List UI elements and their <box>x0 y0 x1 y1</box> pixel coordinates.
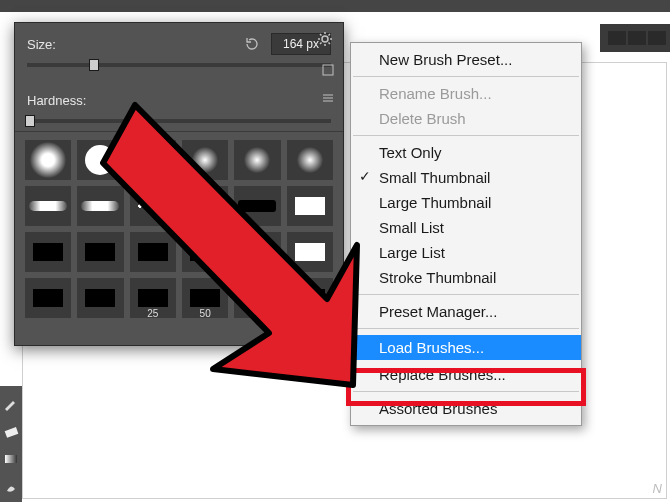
window-controls <box>600 24 670 52</box>
brush-tool-icon[interactable] <box>2 394 20 412</box>
menu-item[interactable]: Text Only <box>351 140 581 165</box>
svg-point-2 <box>322 36 328 42</box>
top-options-bar <box>0 0 670 12</box>
brush-swatch[interactable] <box>182 140 228 180</box>
brush-swatch[interactable] <box>182 232 228 272</box>
brush-swatch[interactable] <box>234 278 280 318</box>
annotation-highlight-box <box>346 368 586 406</box>
hardness-label: Hardness: <box>27 93 97 108</box>
swatch-size-label: 25 <box>130 308 176 319</box>
tool-strip <box>0 386 22 502</box>
menu-separator <box>353 135 579 136</box>
size-label: Size: <box>27 37 97 52</box>
svg-rect-11 <box>323 65 333 75</box>
reset-size-icon[interactable] <box>241 36 263 52</box>
menu-item[interactable]: Large Thumbnail <box>351 190 581 215</box>
brush-swatch[interactable] <box>287 140 333 180</box>
maximize-button[interactable] <box>628 31 646 45</box>
brush-swatch[interactable] <box>287 278 333 318</box>
eraser-tool-icon[interactable] <box>2 422 20 440</box>
minimize-button[interactable] <box>608 31 626 45</box>
swatch-size-label: 50 <box>182 308 228 319</box>
brush-swatch[interactable] <box>287 186 333 226</box>
brush-swatch[interactable] <box>130 186 176 226</box>
brush-swatch[interactable] <box>25 232 71 272</box>
gear-icon[interactable] <box>317 31 333 51</box>
brush-swatch[interactable] <box>25 186 71 226</box>
smudge-tool-icon[interactable] <box>2 478 20 496</box>
brush-swatch[interactable] <box>130 140 176 180</box>
flyout-icon[interactable] <box>319 89 337 107</box>
svg-rect-0 <box>5 427 19 438</box>
brush-swatch[interactable] <box>234 140 280 180</box>
svg-line-7 <box>320 34 322 36</box>
brush-swatch[interactable] <box>182 186 228 226</box>
menu-item[interactable]: Preset Manager... <box>351 299 581 324</box>
menu-item[interactable]: Small List <box>351 215 581 240</box>
brush-swatch[interactable] <box>77 232 123 272</box>
svg-rect-1 <box>5 455 17 463</box>
brush-swatch[interactable] <box>234 186 280 226</box>
panel-side-controls <box>319 61 339 117</box>
panel-separator <box>15 131 343 132</box>
menu-item: Rename Brush... <box>351 81 581 106</box>
brush-picker-panel: Size: 164 px Hardness: <box>14 22 344 346</box>
hardness-slider[interactable] <box>27 119 331 123</box>
menu-item: Delete Brush <box>351 106 581 131</box>
menu-item[interactable]: New Brush Preset... <box>351 47 581 72</box>
svg-line-10 <box>329 34 331 36</box>
menu-item[interactable]: Large List <box>351 240 581 265</box>
watermark: N <box>653 481 662 496</box>
brush-swatch[interactable] <box>130 232 176 272</box>
menu-separator <box>353 76 579 77</box>
brush-preset-grid: 25 50 <box>15 140 343 330</box>
menu-item[interactable]: Small Thumbnail <box>351 165 581 190</box>
brush-swatch[interactable] <box>287 232 333 272</box>
brush-swatch[interactable] <box>25 278 71 318</box>
new-preset-icon[interactable] <box>319 61 337 79</box>
close-button[interactable] <box>648 31 666 45</box>
menu-separator <box>353 328 579 329</box>
brush-swatch[interactable] <box>77 278 123 318</box>
gradient-tool-icon[interactable] <box>2 450 20 468</box>
svg-line-8 <box>329 43 331 45</box>
size-slider[interactable] <box>27 63 331 67</box>
menu-item[interactable]: Stroke Thumbnail <box>351 265 581 290</box>
menu-item[interactable]: Load Brushes... <box>351 335 581 360</box>
brush-swatch[interactable]: 50 <box>182 278 228 318</box>
brush-swatch[interactable] <box>234 232 280 272</box>
brush-swatch[interactable]: 25 <box>130 278 176 318</box>
brush-swatch[interactable] <box>25 140 71 180</box>
svg-line-9 <box>320 43 322 45</box>
brush-swatch[interactable] <box>77 186 123 226</box>
brush-swatch[interactable] <box>77 140 123 180</box>
menu-separator <box>353 294 579 295</box>
